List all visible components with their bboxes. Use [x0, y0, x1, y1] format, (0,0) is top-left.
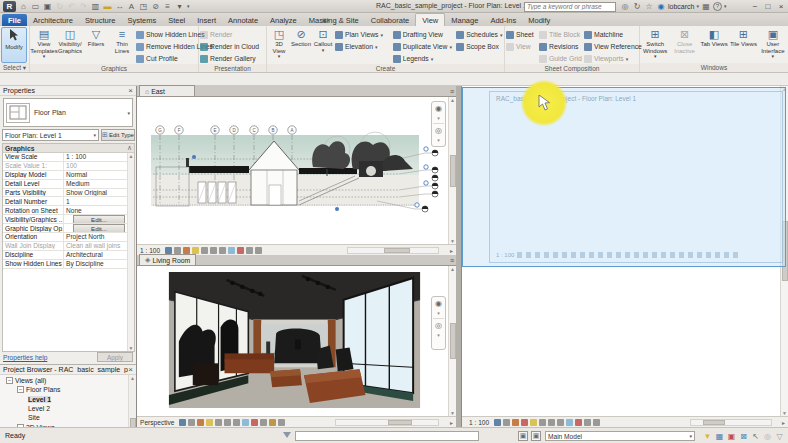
vcb-icon[interactable] [539, 419, 546, 426]
property-row[interactable]: Graphic Display Op... Edit... [3, 224, 134, 233]
vcb-icon[interactable] [179, 419, 186, 426]
vcb-icon[interactable] [557, 419, 564, 426]
status-toggle-icon[interactable]: ⊠ [739, 432, 748, 441]
qat-icon[interactable]: ▥ [90, 1, 101, 12]
ribbon-small-button[interactable]: Render [200, 29, 259, 40]
vcb-icon[interactable] [593, 419, 600, 426]
vcb-icon[interactable] [269, 419, 276, 426]
app-store-icon[interactable]: ▦ [701, 1, 711, 11]
qat-icon[interactable]: ⌂ [18, 1, 29, 12]
east-navigation-bar[interactable]: ◉ ▾ ◎ ▾ [431, 101, 446, 147]
vcb-icon[interactable] [224, 419, 231, 426]
right-horizontal-scrollbar[interactable] [690, 419, 772, 426]
vcb-icon[interactable] [201, 247, 208, 254]
ribbon-small-button[interactable]: Guide Grid [539, 53, 583, 64]
ribbon-big-button[interactable]: ⊞ Tile Views [729, 27, 757, 63]
modify-panel-caret[interactable]: ▣▾ [322, 17, 329, 25]
navbar-caret[interactable]: ▾ [437, 310, 440, 316]
panel-label-select[interactable]: Select ▾ [0, 63, 29, 72]
living-horizontal-scrollbar[interactable] [335, 419, 439, 426]
status-toggle-icon[interactable]: ▣ [727, 432, 736, 441]
status-dialog-icon[interactable]: ▣ [531, 431, 541, 441]
ribbon-small-button[interactable]: View [506, 41, 538, 52]
ribbon-tab[interactable]: Add-Ins [484, 14, 522, 26]
ribbon-tab[interactable]: Annotate [222, 14, 264, 26]
browser-tree-item[interactable]: − Level 1 [0, 395, 136, 404]
view-type-combo[interactable]: Floor Plan: Level 1 ▾ [2, 129, 99, 141]
property-row[interactable]: Wall Join Display Clean all wall joins [3, 242, 134, 251]
property-row[interactable]: Display Model Normal [3, 171, 134, 180]
infocenter-icon[interactable]: ◎ [620, 1, 630, 11]
qat-icon[interactable]: ▬ [102, 1, 113, 12]
apply-button[interactable]: Apply [97, 352, 133, 362]
ribbon-tab[interactable]: File [2, 14, 27, 26]
graphics-section-header[interactable]: Graphics ∧ [3, 144, 134, 153]
east-elevation-canvas[interactable]: G F E D C B A [137, 97, 456, 244]
property-row[interactable]: View Scale 1 : 100 [3, 153, 134, 162]
navbar-caret[interactable]: ▾ [437, 115, 440, 121]
ribbon-small-button[interactable]: Render in Cloud [200, 41, 259, 52]
vcb-icon[interactable] [228, 247, 235, 254]
vcb-icon[interactable] [192, 247, 199, 254]
close-button[interactable]: × [776, 1, 786, 11]
qat-icon[interactable]: ▾ [174, 1, 185, 12]
minimize-button[interactable]: − [750, 1, 760, 11]
tree-expand-icon[interactable]: − [17, 386, 24, 393]
status-toggle-icon[interactable]: ◎ [763, 432, 772, 441]
vcb-icon[interactable] [165, 247, 172, 254]
ribbon-big-button[interactable]: ▣ User Interface [759, 27, 787, 63]
active-workset-combo[interactable]: Main Model ▾ [545, 431, 695, 441]
status-toggle-icon[interactable]: ↖ [751, 432, 760, 441]
infocenter-icon[interactable]: ☆ [644, 1, 654, 11]
browser-tree-item[interactable]: − Views (all) [0, 376, 136, 385]
ribbon-small-button[interactable]: Render Gallery [200, 53, 259, 64]
ribbon-tab[interactable]: Insert [191, 14, 222, 26]
ribbon-big-button[interactable]: ⊡ Callout [312, 27, 334, 64]
qat-icon[interactable]: ↔ [114, 1, 125, 12]
vcb-icon[interactable] [494, 419, 501, 426]
vcb-icon[interactable] [278, 419, 285, 426]
ribbon-big-button[interactable]: ⊘ Section [290, 27, 312, 64]
zoom-caret[interactable]: ▾ [437, 137, 440, 143]
vcb-icon[interactable] [260, 419, 267, 426]
properties-help-link[interactable]: Properties help [3, 354, 47, 361]
living-scroll-right-arrow[interactable]: ▸ [450, 419, 453, 426]
living-navigation-bar[interactable]: ◉ ▾ ◎ ▾ [431, 296, 446, 350]
tab-list-icon[interactable]: ≡ [450, 257, 454, 264]
type-selector[interactable]: Floor Plan ▾ [3, 98, 133, 127]
vcb-icon[interactable] [575, 419, 582, 426]
ribbon-small-button[interactable]: Drafting View [393, 29, 456, 40]
qat-icon[interactable]: ↶ [66, 1, 77, 12]
vcb-icon[interactable] [188, 419, 195, 426]
maximize-button[interactable]: □ [763, 1, 773, 11]
ribbon-small-button[interactable]: Revisions [539, 41, 583, 52]
status-toggle-icon[interactable]: ▼ [703, 432, 712, 441]
east-horizontal-scrollbar[interactable] [347, 247, 439, 254]
browser-tree-item[interactable]: − Site [0, 413, 136, 422]
infocenter-icon[interactable]: ↻ [632, 1, 642, 11]
ribbon-small-button[interactable]: Viewports [584, 53, 638, 64]
vcb-icon[interactable] [233, 419, 240, 426]
vcb-icon[interactable] [197, 419, 204, 426]
ribbon-small-button[interactable]: Scope Box [456, 41, 503, 52]
vcb-icon[interactable] [237, 247, 244, 254]
vcb-icon[interactable] [512, 419, 519, 426]
infocenter-icon[interactable]: ◉ [656, 1, 666, 11]
ribbon-small-button[interactable]: Plan Views [335, 29, 392, 40]
browser-tree-item[interactable]: − Level 2 [0, 404, 136, 413]
vcb-icon[interactable] [566, 419, 573, 426]
vcb-icon[interactable] [503, 419, 510, 426]
application-menu-button[interactable]: R [3, 1, 16, 12]
ribbon-small-button[interactable]: View Reference [584, 41, 638, 52]
ribbon-tab[interactable]: Structure [79, 14, 121, 26]
infocenter-search-input[interactable] [524, 2, 616, 12]
right-scale-button[interactable]: 1 : 100 [469, 419, 489, 426]
signed-in-username[interactable]: lobcarch [668, 3, 694, 10]
property-row[interactable]: Detail Number 1 [3, 197, 134, 206]
property-row[interactable]: Discipline Architectural [3, 251, 134, 260]
qat-icon[interactable]: ▭ [30, 1, 41, 12]
property-row[interactable]: Parts Visibility Show Original [3, 189, 134, 198]
vcb-icon[interactable] [584, 419, 591, 426]
vcb-icon[interactable] [530, 419, 537, 426]
vcb-icon[interactable] [521, 419, 528, 426]
